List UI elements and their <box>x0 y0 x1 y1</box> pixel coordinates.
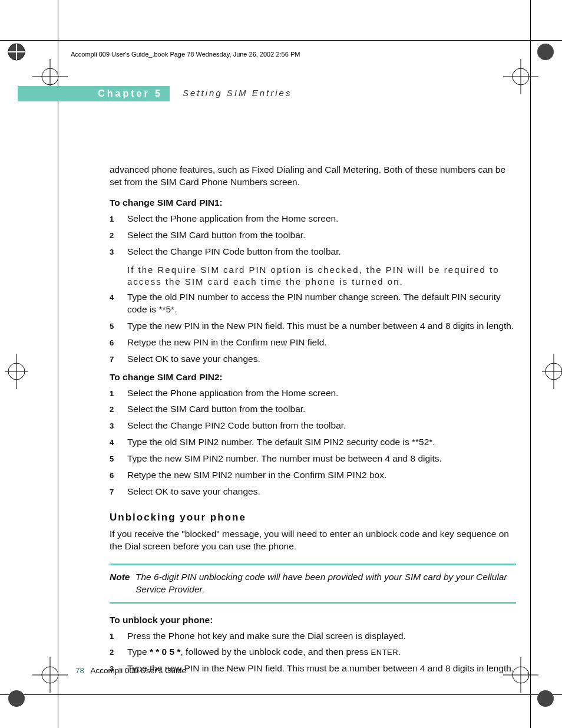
note-body: The 6-digit PIN unblocking code will hav… <box>135 571 516 596</box>
step-number: 4 <box>110 436 127 449</box>
key-name: ENTER <box>371 648 399 657</box>
t: Type <box>127 647 150 657</box>
body-content: advanced phone features, such as Fixed D… <box>110 164 516 681</box>
step-text: Select the Change PIN2 Code button from … <box>127 420 516 432</box>
chapter-bar: Chapter 5 <box>18 86 170 101</box>
page-footer: 78 Accompli 009 User's Guide <box>75 666 186 675</box>
step-number: 2 <box>110 229 127 242</box>
step-text: Type * * 0 5 *, followed by the unblock … <box>127 646 516 658</box>
step-number: 6 <box>110 469 127 482</box>
pin2-steps: 1Select the Phone application from the H… <box>110 387 516 498</box>
step-number: 1 <box>110 387 127 400</box>
unblock-section-head: Unblocking your phone <box>110 511 516 525</box>
crosshair-icon <box>530 354 562 389</box>
crosshair-icon <box>5 354 40 389</box>
crop-line <box>58 0 58 728</box>
pin1-steps-cont: 4Type the old PIN number to access the P… <box>110 291 516 365</box>
step-number: 7 <box>110 486 127 498</box>
step-text: Select the SIM Card button from the tool… <box>127 403 516 416</box>
step-number: 2 <box>110 403 127 416</box>
step-text: Select the Change PIN Code button from t… <box>127 246 516 258</box>
step-text: Retype the new PIN in the Confirm new PI… <box>127 337 516 349</box>
t: . <box>398 647 401 657</box>
step-text: Type the old SIM PIN2 number. The defaul… <box>127 436 516 449</box>
page-number: 78 <box>75 666 84 675</box>
pin1-steps: 1Select the Phone application from the H… <box>110 213 516 258</box>
crop-line <box>0 694 562 695</box>
step-text: Type the old PIN number to access the PI… <box>127 291 516 316</box>
step-text: Select OK to save your changes. <box>127 486 516 498</box>
pin1-heading: To change SIM Card PIN1: <box>110 197 516 209</box>
footer-title: Accompli 009 User's Guide <box>91 666 186 675</box>
pin1-inline-note: If the Require SIM card PIN option is ch… <box>127 264 516 288</box>
step-text: Select the Phone application from the Ho… <box>127 387 516 400</box>
step-text: Select OK to save your changes. <box>127 353 516 365</box>
step-number: 6 <box>110 337 127 349</box>
step-text: Retype the new SIM PIN2 number in the Co… <box>127 469 516 482</box>
unblock-heading: To unblock your phone: <box>110 614 516 627</box>
unblock-intro: If you receive the "blocked" message, yo… <box>110 528 516 553</box>
step-text: Press the Phone hot key and make sure th… <box>127 630 516 643</box>
intro-paragraph: advanced phone features, such as Fixed D… <box>110 164 516 189</box>
pin2-heading: To change SIM Card PIN2: <box>110 371 516 384</box>
code-bold: * * 0 5 * <box>150 647 181 657</box>
chapter-title: Setting SIM Entries <box>183 88 292 98</box>
crosshair-icon <box>503 59 538 94</box>
step-number: 2 <box>110 646 127 658</box>
step-text: Type the new SIM PIN2 number. The number… <box>127 453 516 465</box>
note-box: Note The 6-digit PIN unblocking code wil… <box>110 564 516 604</box>
framemaker-header: Accompli 009 User's Guide_.book Page 78 … <box>71 51 300 58</box>
step-number: 3 <box>110 246 127 258</box>
step-number: 7 <box>110 353 127 365</box>
step-number: 1 <box>110 213 127 225</box>
step-text: Type the new PIN in the New PIN field. T… <box>127 320 516 332</box>
step-number: 3 <box>110 420 127 432</box>
svg-point-7 <box>537 44 554 60</box>
step-number: 5 <box>110 320 127 332</box>
crosshair-icon <box>32 657 68 693</box>
page-container: Accompli 009 User's Guide_.book Page 78 … <box>0 0 562 728</box>
step-number: 1 <box>110 630 127 643</box>
step-text: Select the SIM Card button from the tool… <box>127 229 516 242</box>
svg-point-21 <box>537 690 554 707</box>
step-number: 4 <box>110 291 127 316</box>
t: , followed by the unblock code, and then… <box>180 647 371 657</box>
note-label: Note <box>110 571 135 596</box>
step-text: Select the Phone application from the Ho… <box>127 213 516 225</box>
crop-line <box>0 40 562 41</box>
svg-point-17 <box>8 690 25 707</box>
svg-rect-3 <box>16 44 17 60</box>
step-number: 5 <box>110 453 127 465</box>
